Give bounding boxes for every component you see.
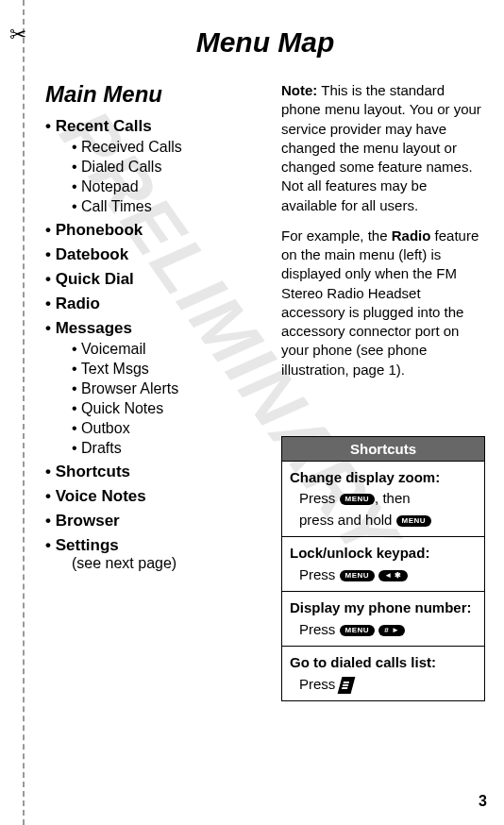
sub-item: Quick Notes <box>72 400 262 417</box>
menu-item-label: Shortcuts <box>45 463 130 480</box>
menu-item: Phonebook <box>45 221 262 240</box>
page-title: Menu Map <box>45 26 485 59</box>
shortcut-title: Lock/unlock keypad: <box>290 543 477 564</box>
sub-item: Call Times <box>72 198 262 215</box>
menu-item-label: Browser <box>45 512 120 530</box>
key-icon: # ► <box>378 625 405 636</box>
shortcut-line: Press MENU ◄ ✱ <box>290 564 477 586</box>
sub-item: Dialed Calls <box>72 159 262 176</box>
main-menu-heading: Main Menu <box>45 81 262 108</box>
send-key-icon <box>337 677 355 694</box>
menu-item: Recent CallsReceived CallsDialed CallsNo… <box>45 117 262 215</box>
menu-item-label: Voice Notes <box>45 487 146 505</box>
sub-list: VoicemailText MsgsBrowser AlertsQuick No… <box>72 341 262 457</box>
menu-item-note: (see next page) <box>72 555 262 572</box>
sub-item: Notepad <box>72 178 262 195</box>
shortcut-line: press and hold MENU <box>290 510 477 531</box>
sub-item: Voicemail <box>72 341 262 358</box>
menu-key-icon: MENU <box>340 625 376 636</box>
menu-item: Radio <box>45 295 262 313</box>
sub-item: Drafts <box>72 440 262 457</box>
menu-item-label: Recent Calls <box>45 117 152 135</box>
shortcut-cell: Change display zoom:Press MENU, thenpres… <box>282 461 485 537</box>
shortcut-cell: Display my phone number:Press MENU # ► <box>282 592 485 647</box>
menu-list: Recent CallsReceived CallsDialed CallsNo… <box>45 117 262 572</box>
shortcuts-header: Shortcuts <box>282 436 485 461</box>
menu-item-label: Datebook <box>45 245 128 263</box>
right-column: Note: This is the standard phone menu la… <box>281 81 485 701</box>
shortcut-cell: Lock/unlock keypad:Press MENU ◄ ✱ <box>282 537 485 592</box>
note-paragraph: Note: This is the standard phone menu la… <box>281 81 485 215</box>
feature-bold: Radio <box>392 227 431 244</box>
menu-item: Shortcuts <box>45 463 262 481</box>
menu-item-label: Quick Dial <box>45 270 134 288</box>
shortcut-title: Go to dialed calls list: <box>290 652 477 674</box>
shortcut-line: Press <box>290 674 477 696</box>
menu-item: Voice Notes <box>45 487 262 506</box>
sub-list: Received CallsDialed CallsNotepadCall Ti… <box>72 139 262 215</box>
menu-key-icon: MENU <box>396 515 432 527</box>
cut-line <box>23 0 25 825</box>
sub-item: Text Msgs <box>72 361 262 378</box>
feature-prefix: For example, the <box>281 227 392 244</box>
scissors-icon: ✂ <box>9 23 26 47</box>
note-label: Note: <box>281 82 317 98</box>
menu-item-label: Radio <box>45 295 100 312</box>
left-column: Main Menu Recent CallsReceived CallsDial… <box>45 81 262 701</box>
feature-paragraph: For example, the Radio feature on the ma… <box>281 227 485 379</box>
sub-item: Browser Alerts <box>72 380 262 397</box>
menu-item: Datebook <box>45 245 262 264</box>
sub-item: Received Calls <box>72 139 262 156</box>
menu-item: Browser <box>45 512 262 530</box>
note-text: This is the standard phone menu layout. … <box>281 82 481 213</box>
shortcuts-table: Shortcuts Change display zoom:Press MENU… <box>281 436 485 702</box>
shortcut-title: Display my phone number: <box>290 598 477 619</box>
menu-item-label: Messages <box>45 319 132 337</box>
shortcut-line: Press MENU # ► <box>290 619 477 641</box>
shortcut-title: Change display zoom: <box>290 467 477 489</box>
menu-item-label: Phonebook <box>45 221 143 239</box>
shortcut-cell: Go to dialed calls list:Press <box>282 647 485 701</box>
menu-key-icon: MENU <box>340 494 376 505</box>
menu-key-icon: MENU <box>340 570 376 581</box>
page-number: 3 <box>479 793 487 810</box>
feature-suffix: feature on the main menu (left) is displ… <box>281 227 479 378</box>
menu-item-label: Settings <box>45 536 119 554</box>
key-icon: ◄ ✱ <box>378 570 408 581</box>
menu-item: Settings(see next page) <box>45 536 262 572</box>
menu-item: Quick Dial <box>45 270 262 289</box>
shortcut-line: Press MENU, then <box>290 488 477 510</box>
sub-item: Outbox <box>72 420 262 437</box>
menu-item: MessagesVoicemailText MsgsBrowser Alerts… <box>45 319 262 457</box>
